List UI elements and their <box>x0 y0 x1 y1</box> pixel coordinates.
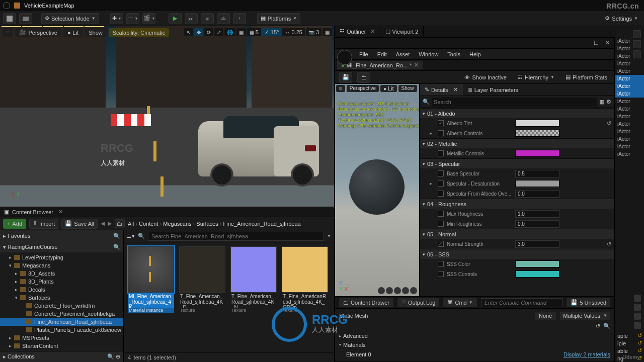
details-property[interactable]: SSS Controls <box>420 269 614 279</box>
skip-button[interactable]: ⏭ <box>185 13 198 24</box>
menu-help[interactable]: Help <box>465 51 485 57</box>
outliner-row[interactable]: able↺ <box>615 347 644 354</box>
output-log-button[interactable]: ≣ Output Log <box>397 298 439 307</box>
details-category[interactable]: ▾03 - Specular <box>420 158 614 168</box>
content-drawer-button[interactable]: 🗀 Content Drawer <box>339 298 393 307</box>
tree-row[interactable]: Plastic_Panels_Facade_uk0seioew <box>0 326 123 334</box>
color-swatch[interactable] <box>515 260 559 267</box>
viewport-layout[interactable]: ▦ <box>323 28 332 36</box>
search-icon[interactable]: 🔍 <box>113 244 120 250</box>
preview-menu-button[interactable]: ≡ <box>336 85 345 92</box>
outliner-row[interactable]: iActor <box>615 143 644 150</box>
asset-tile[interactable]: T_Fine_American_Road_sjfnbeaa_4K_DTextur… <box>179 246 225 313</box>
outliner-row[interactable]: uple↺ <box>615 332 644 339</box>
outliner-row[interactable]: iActor <box>615 60 644 67</box>
details-property[interactable]: ▸Specular - Desaturation <box>420 178 614 189</box>
override-checkbox[interactable]: ✓ <box>438 120 444 126</box>
scale-tool[interactable]: ⤢ <box>214 28 223 36</box>
outliner-row[interactable]: iActor <box>615 128 644 135</box>
tree-row[interactable]: ▸StarterContent <box>0 342 123 350</box>
right-dock-icons[interactable] <box>615 292 644 332</box>
details-property[interactable]: Specular From Albedo Ove...0.0 <box>420 189 614 199</box>
preview-shape-icons[interactable] <box>378 287 417 294</box>
number-input[interactable]: 0.5 <box>515 170 559 177</box>
color-swatch[interactable] <box>515 270 559 278</box>
close-icon[interactable]: ✕ <box>453 86 458 93</box>
tree-row[interactable]: Concrete_Pavement_xeohbekga <box>0 310 123 318</box>
selection-mode-dropdown[interactable]: ✥ Selection Mode ▼ <box>41 13 99 24</box>
marketplace-button[interactable]: ⋯▾ <box>126 13 139 24</box>
display-materials-link[interactable]: Display 2 materials <box>564 351 610 357</box>
override-checkbox[interactable] <box>438 150 444 156</box>
dock-icon[interactable] <box>634 304 641 311</box>
collections-header[interactable]: ▸ Collections 🔍 ⊕ <box>0 351 123 362</box>
play-options-button[interactable]: ⋮ <box>233 13 246 24</box>
details-category[interactable]: ▾05 - Normal <box>420 229 614 239</box>
project-header[interactable]: ▾ RacingGameCourse 🔍 <box>0 241 123 252</box>
world-local-toggle[interactable]: 🌐 <box>224 28 235 36</box>
chevron-down-icon[interactable]: ▼ <box>327 234 331 238</box>
override-checkbox[interactable] <box>438 261 444 267</box>
details-property[interactable]: SSS Color <box>420 259 614 269</box>
save-button[interactable]: 💾 <box>339 72 352 83</box>
override-checkbox[interactable] <box>438 130 444 136</box>
outliner-row[interactable]: iActor <box>615 75 644 82</box>
number-input[interactable]: 1.0 <box>515 210 559 218</box>
materials-category[interactable]: ▾Materials <box>339 341 610 349</box>
hierarchy-dropdown[interactable]: ☷Hierarchy▼ <box>515 72 557 83</box>
details-property[interactable]: Min Roughness0.0 <box>420 219 614 229</box>
favorites-header[interactable]: ▸ Favorites 🔍 <box>0 230 123 241</box>
outliner-row[interactable]: iActor <box>615 90 644 98</box>
filter-icon[interactable]: ☰▾ <box>127 233 135 239</box>
outliner-row[interactable]: iActor <box>615 135 644 143</box>
tree-row[interactable]: ▾Megascans <box>0 261 123 269</box>
browse-button[interactable]: 🗀 <box>357 72 370 83</box>
color-swatch[interactable] <box>515 150 559 157</box>
add-content-button[interactable]: ✚▾ <box>110 13 123 24</box>
tree-row[interactable]: ▾Surfaces <box>0 294 123 302</box>
viewport-menu-button[interactable]: ≡ <box>2 28 13 37</box>
tab-details[interactable]: ✎Details✕ <box>420 84 463 96</box>
minimize-button[interactable]: — <box>581 40 589 47</box>
lit-dropdown[interactable]: ●Lit <box>63 28 83 37</box>
outliner-row[interactable]: iActor <box>615 105 644 113</box>
scalability-pill[interactable]: Scalability: Cinematic <box>109 28 170 37</box>
number-input[interactable]: 0.0 <box>515 190 559 198</box>
scale-snap[interactable]: ↔ 0.25 <box>282 28 304 36</box>
outliner-row[interactable]: iActor <box>615 120 644 128</box>
close-button[interactable]: ✕ <box>603 40 611 47</box>
asset-search-input[interactable] <box>148 232 324 241</box>
details-property[interactable]: Max Roughness1.0 <box>420 209 614 219</box>
override-checkbox[interactable] <box>438 170 444 176</box>
tree-row[interactable]: ▸Decals <box>0 286 123 294</box>
details-category[interactable]: ▾02 - Metallic <box>420 138 614 148</box>
override-checkbox[interactable] <box>438 180 444 187</box>
asset-grid[interactable]: MI_Fine_American_Road_sjfnbeaa_4KMateria… <box>124 242 334 352</box>
asset-tile[interactable]: T_Fine_AmericanRoad_sjfnbeaa_4K_ORDpText… <box>282 246 328 313</box>
search-icon[interactable]: 🔍 <box>107 353 114 359</box>
folder-tree[interactable]: ▸LevelPrototyping▾Megascans▸3D_Assets▸3D… <box>0 252 123 351</box>
gutter-icon[interactable] <box>633 50 641 58</box>
breadcrumb-segment[interactable]: Content <box>139 221 158 227</box>
dock-icon[interactable] <box>634 295 641 302</box>
tab-outliner[interactable]: ☷Outliner✕ <box>335 26 380 37</box>
override-checkbox[interactable]: ✓ <box>438 241 444 247</box>
history-back-icon[interactable]: ◀ <box>101 220 105 227</box>
advanced-category[interactable]: ▸Advanced <box>339 332 610 340</box>
override-checkbox[interactable] <box>438 191 444 197</box>
settings-dropdown[interactable]: ⚙ Settings ▼ <box>602 13 641 24</box>
breadcrumb-segment[interactable]: All <box>128 221 134 227</box>
tree-row[interactable]: Fine_American_Road_sjfnbeaa <box>0 318 123 326</box>
details-search-input[interactable] <box>432 98 597 107</box>
grid-snap[interactable]: ▦ 5 <box>247 28 261 36</box>
perspective-dropdown[interactable]: 🎥Perspective <box>15 28 61 37</box>
color-swatch[interactable] <box>515 180 559 187</box>
dock-icon[interactable] <box>634 322 641 329</box>
override-checkbox[interactable] <box>438 221 444 227</box>
close-icon[interactable]: ✕ <box>370 28 375 35</box>
gutter-icon[interactable] <box>633 30 641 38</box>
browse-icon[interactable]: 🔍 <box>603 323 610 329</box>
menu-file[interactable]: File <box>355 51 372 57</box>
close-icon[interactable]: ✕ <box>58 209 63 215</box>
cinematics-button[interactable]: 🎬▾ <box>142 13 155 24</box>
